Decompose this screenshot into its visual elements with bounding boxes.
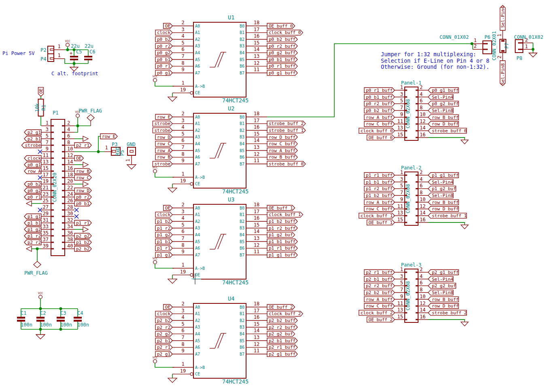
- pin-number[interactable]: 14: [420, 210, 425, 216]
- cap-ref[interactable]: C1: [21, 310, 26, 316]
- pin-number[interactable]: 29: [43, 211, 49, 216]
- pin-notch[interactable]: [51, 229, 54, 230]
- buffer-glyph[interactable]: [215, 333, 221, 348]
- pin-notch[interactable]: [416, 319, 418, 320]
- pin-notch[interactable]: [62, 132, 65, 133]
- pin-name[interactable]: A2: [195, 128, 200, 133]
- pin-notch[interactable]: [51, 158, 54, 159]
- net-label[interactable]: p0_g2_buff: [269, 50, 295, 55]
- empty-label-arrow[interactable]: [83, 136, 88, 142]
- p5-value[interactable]: GND: [127, 142, 136, 147]
- junction-dot[interactable]: [59, 328, 62, 331]
- pin-notch[interactable]: [483, 43, 488, 44]
- net-label[interactable]: row_B_buff: [432, 200, 459, 205]
- pin-number[interactable]: 1: [400, 267, 403, 272]
- pin-number[interactable]: 7: [181, 144, 184, 150]
- net-label[interactable]: p2_g2_buf: [432, 283, 456, 288]
- net-label[interactable]: p0_g1_buff: [269, 70, 295, 76]
- note-jumper-1[interactable]: Jumper for 1:32 multiplexing:: [381, 51, 476, 57]
- pin-number[interactable]: 12: [254, 341, 259, 347]
- pin-name[interactable]: B2: [240, 219, 244, 224]
- no-connect-x[interactable]: [74, 208, 79, 212]
- pin-notch[interactable]: [501, 50, 505, 52]
- pin-name[interactable]: A7: [195, 71, 200, 75]
- pin-number[interactable]: 11: [254, 158, 259, 163]
- net-label[interactable]: row_B_buff: [432, 297, 459, 302]
- pin-name[interactable]: B2: [240, 318, 244, 323]
- wire[interactable]: [98, 136, 100, 152]
- net-label[interactable]: OE_buff_1: [269, 206, 293, 211]
- pwr-flag-label[interactable]: PWR_FLAG: [79, 108, 102, 114]
- pin-notch[interactable]: [416, 215, 418, 216]
- net-label[interactable]: clock: [157, 311, 170, 316]
- pin-invert-bubble[interactable]: [190, 273, 193, 276]
- pin-notch[interactable]: [62, 222, 65, 224]
- pin-number[interactable]: 13: [254, 144, 259, 150]
- pin-notch[interactable]: [62, 235, 65, 237]
- pin-name[interactable]: A2: [195, 37, 200, 42]
- pin-name[interactable]: B7: [240, 162, 244, 166]
- pin-number[interactable]: 14: [420, 125, 425, 131]
- p2-connector-box[interactable]: [48, 46, 54, 54]
- pin-number[interactable]: 13: [397, 125, 403, 131]
- pin-number[interactable]: 4: [181, 33, 184, 39]
- junction-dot[interactable]: [59, 307, 62, 310]
- c6-ref[interactable]: C6: [89, 49, 95, 55]
- pin-notch[interactable]: [405, 96, 407, 97]
- pin-notch[interactable]: [518, 49, 523, 50]
- vcc-symbol[interactable]: [153, 78, 157, 82]
- pin-number[interactable]: 1: [400, 85, 403, 90]
- pin-name[interactable]: A2: [195, 219, 200, 224]
- pin-number[interactable]: 35: [43, 230, 49, 236]
- pin-notch[interactable]: [51, 197, 54, 198]
- pin-number[interactable]: 8: [181, 341, 184, 347]
- net-label[interactable]: OE_buff_2: [369, 317, 393, 322]
- buffer-glyph[interactable]: [218, 333, 224, 348]
- net-label[interactable]: p2_b2: [76, 246, 89, 252]
- pin-notch[interactable]: [405, 208, 407, 210]
- pin-notch[interactable]: [405, 117, 407, 118]
- net-label[interactable]: p1_r2_buff: [366, 186, 393, 191]
- pin-number[interactable]: 8: [420, 190, 423, 195]
- wire[interactable]: [155, 363, 174, 367]
- pin-name[interactable]: A7: [195, 253, 200, 257]
- gnd-symbol[interactable]: [36, 335, 45, 339]
- pin-name[interactable]: B2: [240, 128, 244, 133]
- pin-notch[interactable]: [405, 299, 407, 300]
- pin-notch[interactable]: [405, 319, 407, 320]
- pin-notch[interactable]: [62, 138, 65, 140]
- panel-ref[interactable]: Panel-1: [401, 80, 422, 86]
- net-label[interactable]: row_D_buff: [269, 135, 295, 140]
- net-label[interactable]: strobe_buff_1: [432, 213, 467, 218]
- pin-notch[interactable]: [416, 292, 418, 293]
- buffer-glyph[interactable]: [218, 143, 224, 158]
- pin-number[interactable]: 14: [254, 229, 259, 234]
- net-label[interactable]: p0_r2_buff: [269, 44, 295, 49]
- ic-value[interactable]: 74HCT245: [222, 279, 249, 286]
- gnd-symbol[interactable]: [529, 53, 537, 57]
- pin-name[interactable]: A6: [195, 345, 200, 350]
- buffer-glyph[interactable]: [218, 234, 224, 249]
- pin-number[interactable]: 2: [181, 111, 184, 117]
- pin-notch[interactable]: [416, 222, 418, 223]
- net-label[interactable]: p1_b1_buff: [366, 180, 393, 185]
- pin-number[interactable]: 28: [67, 204, 73, 210]
- net-label[interactable]: row_C: [157, 141, 170, 146]
- ic-value[interactable]: 74HCT245: [222, 97, 249, 104]
- pin-name[interactable]: B0: [240, 305, 244, 309]
- pin-number[interactable]: 3: [400, 91, 403, 97]
- pin-number[interactable]: 20: [67, 178, 73, 184]
- pin-name[interactable]: A2: [195, 318, 200, 323]
- pin-number[interactable]: 13: [397, 210, 403, 216]
- pin-notch[interactable]: [405, 195, 407, 196]
- pin-number[interactable]: 1: [125, 159, 131, 161]
- net-label[interactable]: p1_g1: [157, 252, 170, 258]
- net-label[interactable]: p0_g2_buff: [432, 101, 459, 106]
- pin-notch[interactable]: [405, 272, 407, 273]
- pin-notch[interactable]: [405, 103, 407, 104]
- vcc-symbol-label[interactable]: VCC: [153, 356, 158, 359]
- pin-number[interactable]: 2: [525, 37, 528, 43]
- vcc-symbol[interactable]: [66, 43, 70, 47]
- pin-number[interactable]: 33: [43, 224, 49, 229]
- pin-invert-bubble[interactable]: [190, 182, 193, 185]
